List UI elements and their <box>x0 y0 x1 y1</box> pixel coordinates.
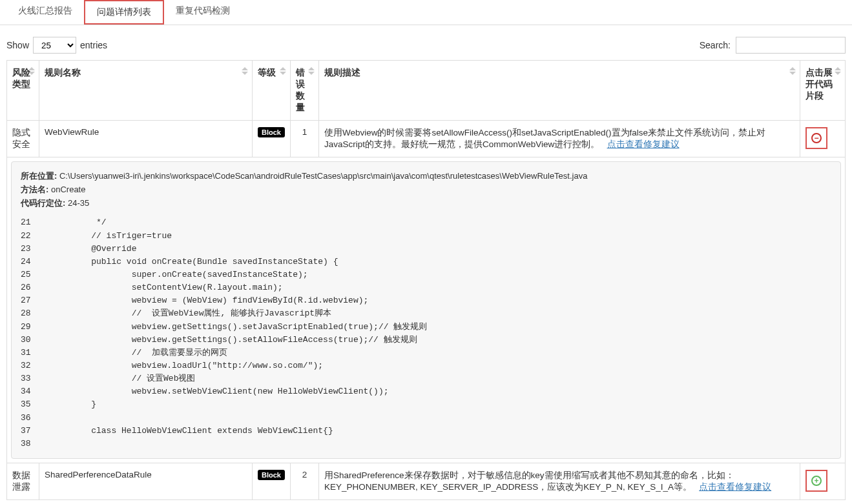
location-label: 所在位置: <box>21 171 57 181</box>
tab-summary[interactable]: 火线汇总报告 <box>6 0 84 25</box>
lines-label: 代码行定位: <box>21 198 65 208</box>
tab-duplicate[interactable]: 重复代码检测 <box>164 0 242 25</box>
sort-icon <box>789 67 796 75</box>
cell-risk: 隐式安全 <box>7 121 39 157</box>
sort-icon <box>28 67 35 75</box>
page-size-select[interactable]: 25 <box>33 37 76 54</box>
sort-icon <box>835 67 841 75</box>
cell-errors: 2 <box>290 463 318 499</box>
cell-level: Block <box>253 121 291 157</box>
cell-desc: 使用Webview的时候需要将setAllowFileAccess()和setJ… <box>318 121 800 157</box>
sort-icon <box>242 67 248 75</box>
method-value: onCreate <box>51 185 85 194</box>
search-label: Search: <box>700 40 731 50</box>
expand-button[interactable] <box>805 470 827 492</box>
table-row: 数据泄露 SharedPerferenceDataRule Block 2 用S… <box>7 463 846 499</box>
header-expand[interactable]: 点击展开代码片段 <box>800 61 846 121</box>
method-label: 方法名: <box>21 185 48 194</box>
cell-expand <box>800 121 846 157</box>
level-badge: Block <box>258 127 285 137</box>
level-badge: Block <box>258 470 285 480</box>
cell-desc: 用SharedPreference来保存数据时，对于敏感信息的key需使用缩写或… <box>318 463 800 499</box>
plus-icon <box>811 476 822 486</box>
cell-level: Block <box>253 463 291 499</box>
minus-icon <box>811 133 822 143</box>
cell-rule-name: SharedPerferenceDataRule <box>39 463 253 499</box>
header-errors[interactable]: 错误数量 <box>290 61 318 121</box>
tab-bar: 火线汇总报告 问题详情列表 重复代码检测 <box>0 0 852 25</box>
cell-errors: 1 <box>290 121 318 157</box>
tab-details[interactable]: 问题详情列表 <box>84 0 164 25</box>
table-controls: Show 25 entries Search: <box>0 25 852 60</box>
fix-suggestion-link[interactable]: 点击查看修复建议 <box>607 139 680 149</box>
sort-icon <box>308 67 315 75</box>
sort-icon <box>280 67 286 75</box>
header-desc[interactable]: 规则描述 <box>318 61 800 121</box>
header-risk[interactable]: 风险类型 <box>7 61 39 121</box>
table-row: 隐式安全 WebViewRule Block 1 使用Webview的时候需要将… <box>7 121 846 157</box>
code-expansion-row: 所在位置: C:\Users\yuanwei3-iri\.jenkins\wor… <box>7 157 846 463</box>
cell-expand <box>800 463 846 499</box>
show-label: Show <box>6 40 29 50</box>
lines-value: 24-35 <box>68 198 89 208</box>
entries-label: entries <box>80 40 107 50</box>
header-level[interactable]: 等级 <box>253 61 291 121</box>
cell-rule-name: WebViewRule <box>39 121 253 157</box>
issues-table: 风险类型 规则名称 等级 错误数量 规则描述 点击展开代码片段 隐式安全 Web… <box>6 60 846 500</box>
search-input[interactable] <box>736 37 846 54</box>
location-value: C:\Users\yuanwei3-iri\.jenkins\workspace… <box>59 171 587 181</box>
cell-risk: 数据泄露 <box>7 463 39 499</box>
header-rule-name[interactable]: 规则名称 <box>39 61 253 121</box>
code-panel: 所在位置: C:\Users\yuanwei3-iri\.jenkins\wor… <box>11 161 841 459</box>
fix-suggestion-link[interactable]: 点击查看修复建议 <box>699 482 771 492</box>
code-snippet: 21 */ 22 // isTriger=true 23 @Override 2… <box>21 216 831 450</box>
collapse-button[interactable] <box>805 127 827 149</box>
